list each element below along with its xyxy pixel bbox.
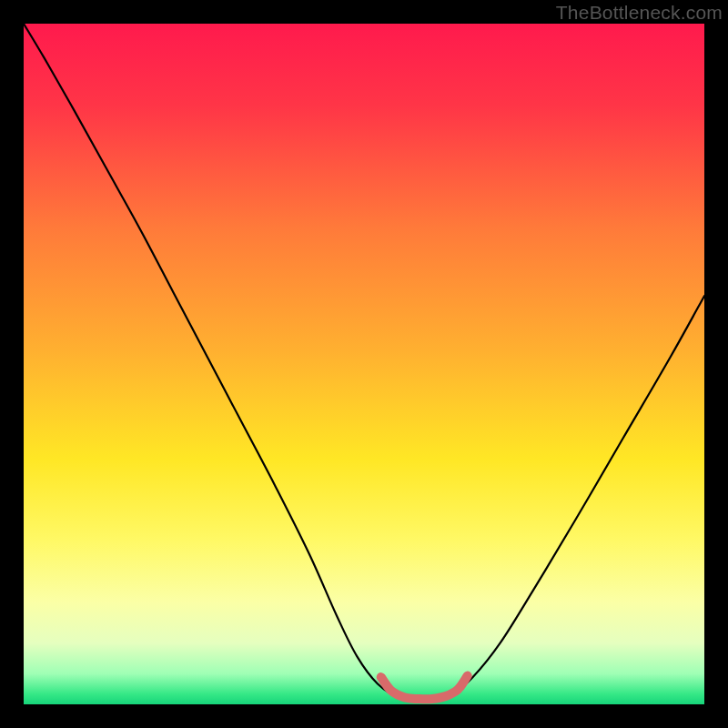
watermark-text: TheBottleneck.com	[556, 2, 723, 24]
plot-area	[24, 24, 704, 704]
bottleneck-chart	[24, 24, 704, 704]
chart-frame: TheBottleneck.com	[0, 0, 728, 728]
gradient-background	[24, 24, 704, 704]
